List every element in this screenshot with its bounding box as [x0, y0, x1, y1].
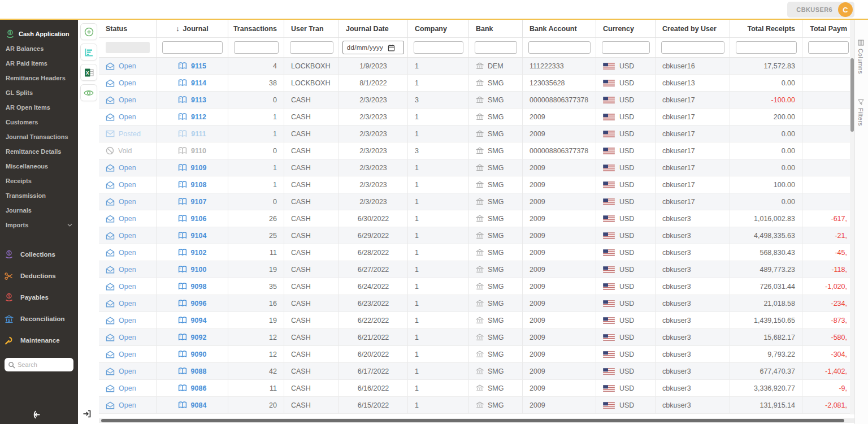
journal-link[interactable]: 9108	[178, 181, 207, 189]
table-row[interactable]: Open909012CASH6/20/20221SMG2009USDcbkuse…	[99, 346, 850, 363]
add-button[interactable]	[80, 23, 97, 40]
filter-bank-input[interactable]	[475, 41, 517, 54]
columns-panel-toggle[interactable]: Columns	[857, 40, 864, 74]
filter-transactions-input[interactable]	[234, 41, 279, 54]
filter-created_by-input[interactable]	[661, 41, 724, 54]
table-row[interactable]: Open908842CASH6/17/20221SMG2009USDcbkuse…	[99, 363, 850, 380]
journal-link[interactable]: 9115	[178, 62, 206, 70]
table-row[interactable]: Open908420CASH6/15/20221SMG2009USDcbkuse…	[99, 397, 850, 414]
sidebar-section-payables[interactable]: $Payables	[0, 287, 78, 308]
sidebar-item-ar-open-items[interactable]: AR Open Items	[0, 100, 78, 115]
sidebar-section-collections[interactable]: $Collections	[0, 244, 78, 265]
journal-link[interactable]: 9092	[178, 334, 207, 341]
journal-link[interactable]: 9112	[178, 113, 206, 121]
journal-link[interactable]: 9106	[178, 215, 207, 223]
sidebar-item-miscellaneous[interactable]: Miscellaneous	[0, 159, 78, 174]
search-input[interactable]	[18, 361, 68, 368]
table-row[interactable]: Open909419CASH6/22/20221SMG2009USDcbkuse…	[99, 312, 850, 329]
journal-link[interactable]: 9086	[178, 384, 207, 392]
sidebar-section-reconciliation[interactable]: $Reconciliation	[0, 308, 78, 330]
collapse-panel-icon[interactable]	[83, 409, 92, 418]
col-header-transactions[interactable]: Transactions	[228, 20, 284, 38]
journal-link[interactable]: 9096	[178, 300, 207, 308]
sidebar-section-maintenance[interactable]: Maintenance	[0, 330, 78, 351]
sidebar-search[interactable]	[5, 358, 73, 371]
sidebar-item-remittance-headers[interactable]: Remittance Headers	[0, 71, 78, 85]
journal-link[interactable]: 9107	[178, 198, 207, 206]
sidebar-item-ar-balances[interactable]: AR Balances	[0, 41, 78, 56]
sidebar-item-receipts[interactable]: Receipts	[0, 174, 78, 188]
avatar[interactable]: C	[838, 2, 853, 17]
vertical-scrollbar[interactable]	[850, 20, 854, 414]
chart-button[interactable]	[80, 44, 97, 60]
table-row[interactable]: Open911438LOCKBOXH8/1/20221SMG123035628U…	[99, 75, 850, 92]
table-row[interactable]: Posted91111CASH2/3/20231SMG2009USDcbkuse…	[99, 126, 850, 142]
filter-total_receipts-input[interactable]	[736, 41, 797, 54]
filter-user_tran-input[interactable]	[290, 41, 333, 54]
journal-link[interactable]: 9114	[178, 79, 206, 87]
journal-link[interactable]: 9090	[178, 351, 207, 358]
journal-link[interactable]: 9113	[178, 96, 206, 104]
table-row[interactable]: Open91091CASH2/3/20231SMG2009USDcbkuser1…	[99, 159, 850, 176]
filter-total_payments-input[interactable]	[808, 41, 849, 54]
table-row[interactable]: Open910425CASH6/29/20221SMG2009USDcbkuse…	[99, 227, 850, 244]
sidebar-item-journal-transactions[interactable]: Journal Transactions	[0, 129, 78, 144]
sidebar-item-gl-splits[interactable]: GL Splits	[0, 85, 78, 100]
table-row[interactable]: Open91081CASH2/3/20231SMG2009USDcbkuser1…	[99, 176, 850, 193]
horizontal-scrollbar-thumb[interactable]	[101, 419, 844, 422]
table-row[interactable]: Open909835CASH6/24/20221SMG2009USDcbkuse…	[99, 278, 850, 295]
filters-panel-toggle[interactable]: Filters	[857, 99, 864, 126]
logout-icon[interactable]	[32, 410, 41, 419]
filter-company-input[interactable]	[414, 41, 463, 54]
filter-bank_account-input[interactable]	[528, 41, 591, 54]
col-header-journal_date[interactable]: Journal Date	[339, 20, 408, 38]
sidebar-item-remittance-details[interactable]: Remittance Details	[0, 144, 78, 159]
journal-link[interactable]: 9109	[178, 164, 207, 172]
sidebar-item-transmission[interactable]: Transmission	[0, 188, 78, 203]
col-header-total_payments[interactable]: Total Paym	[802, 20, 850, 38]
table-row[interactable]: Open909212CASH6/21/20221SMG2009USDcbkuse…	[99, 329, 850, 346]
col-header-bank[interactable]: Bank	[469, 20, 523, 38]
sidebar-item-imports[interactable]: Imports	[0, 218, 78, 232]
sidebar-item-journals[interactable]: Journals	[0, 203, 78, 218]
journal-link[interactable]: 9110	[178, 147, 206, 155]
table-row[interactable]: Open910019CASH6/27/20221SMG2009USDcbkuse…	[99, 261, 850, 278]
sidebar-item-cash-application[interactable]: $Cash Application	[0, 27, 78, 41]
col-header-total_receipts[interactable]: Total Receipts	[730, 20, 802, 38]
filter-journal-input[interactable]	[162, 41, 223, 54]
table-row[interactable]: Open91130CASH2/3/20233SMG000008806377378…	[99, 92, 850, 109]
table-row[interactable]: Open91121CASH2/3/20231SMG2009USDcbkuser1…	[99, 109, 850, 126]
sidebar-item-customers[interactable]: Customers	[0, 115, 78, 129]
journal-link[interactable]: 9104	[178, 232, 207, 240]
table-row[interactable]: Open910211CASH6/28/20221SMG2009USDcbkuse…	[99, 244, 850, 261]
vertical-scrollbar-thumb[interactable]	[850, 58, 854, 132]
table-row[interactable]: Void91100CASH2/3/20233SMG000008806377378…	[99, 142, 850, 159]
journal-link[interactable]: 9088	[178, 367, 207, 375]
journal-date-filter[interactable]: dd/mm/yyyy	[342, 41, 404, 54]
table-row[interactable]: Open909616CASH6/23/20221SMG2009USDcbkuse…	[99, 295, 850, 312]
table-row[interactable]: Open91154LOCKBOXH1/9/20231DEM111222333US…	[99, 58, 850, 75]
sidebar-item-ar-paid-items[interactable]: AR Paid Items	[0, 56, 78, 71]
col-header-bank_account[interactable]: Bank Account	[523, 20, 596, 38]
col-header-status[interactable]: Status	[99, 20, 157, 38]
filter-currency-input[interactable]	[602, 41, 650, 54]
col-header-created_by[interactable]: Created by User	[656, 20, 730, 38]
journal-link[interactable]: 9084	[178, 401, 207, 409]
col-header-currency[interactable]: Currency	[596, 20, 656, 38]
table-row[interactable]: Open908611CASH6/16/20221SMG2009USDcbkuse…	[99, 380, 850, 397]
table-row[interactable]: Open910626CASH6/30/20221SMG2009USDcbkuse…	[99, 210, 850, 227]
visibility-button[interactable]	[80, 84, 97, 101]
col-header-user_tran[interactable]: User Tran	[284, 20, 339, 38]
journal-link[interactable]: 9100	[178, 266, 207, 274]
col-header-company[interactable]: Company	[408, 20, 469, 38]
table-row[interactable]: Open91070CASH2/3/20231SMG2009USDcbkuser1…	[99, 193, 850, 210]
journal-link[interactable]: 9098	[178, 283, 207, 291]
journal-link[interactable]: 9102	[178, 249, 207, 257]
journal-link[interactable]: 9111	[178, 130, 206, 138]
user-chip[interactable]: CBKUSER6 C	[787, 2, 854, 18]
export-excel-button[interactable]: X	[80, 64, 97, 81]
journal-link[interactable]: 9094	[178, 317, 207, 325]
horizontal-scrollbar[interactable]	[99, 418, 854, 423]
col-header-journal[interactable]: ↓Journal	[157, 20, 228, 38]
sidebar-section-deductions[interactable]: Deductions	[0, 265, 78, 287]
